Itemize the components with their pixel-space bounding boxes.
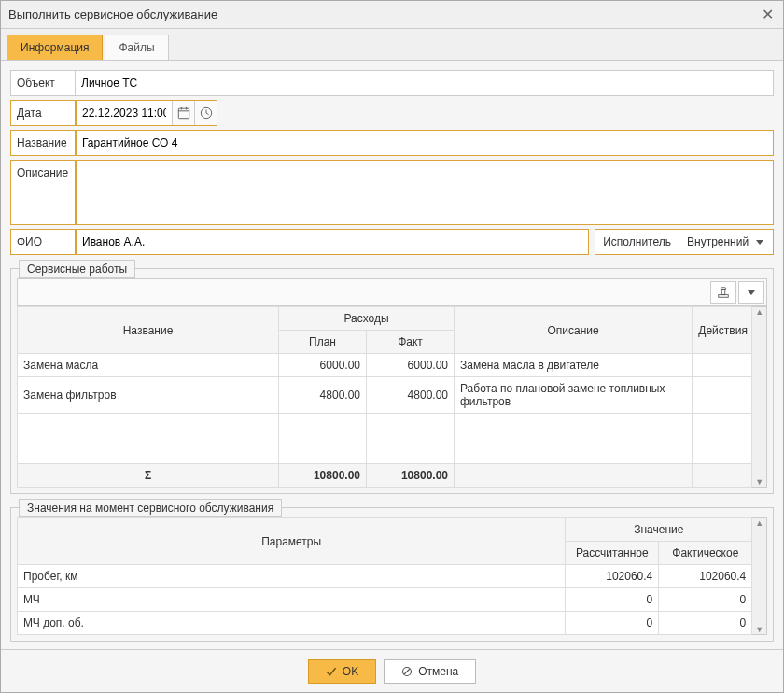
col-name: Название bbox=[18, 307, 279, 354]
col-fact: Фактическое bbox=[659, 542, 752, 565]
performer-value: Внутренний bbox=[687, 235, 749, 248]
col-actions: Действия bbox=[693, 307, 752, 354]
values-scrollbar[interactable]: ▲ ▼ bbox=[752, 517, 767, 635]
svg-line-6 bbox=[206, 113, 209, 115]
empty-row bbox=[18, 414, 752, 464]
works-toolbar bbox=[17, 278, 767, 306]
scroll-up-icon: ▲ bbox=[755, 518, 763, 528]
input-object[interactable] bbox=[76, 71, 773, 95]
tool-dropdown-button[interactable] bbox=[738, 281, 764, 304]
row-object: Объект bbox=[10, 70, 774, 96]
table-row[interactable]: Пробег, км 102060.4 102060.4 bbox=[18, 565, 752, 588]
tab-information[interactable]: Информация bbox=[7, 35, 103, 60]
values-grid: Параметры Значение Рассчитанное Фактичес… bbox=[17, 517, 752, 635]
calendar-icon bbox=[177, 106, 190, 120]
input-date[interactable] bbox=[77, 101, 172, 125]
scroll-up-icon: ▲ bbox=[755, 307, 763, 317]
fieldset-service-works: Сервисные работы Название bbox=[10, 268, 774, 494]
col-plan: План bbox=[279, 331, 367, 354]
row-date: Дата bbox=[10, 100, 774, 126]
col-params: Параметры bbox=[18, 518, 566, 565]
select-performer[interactable]: Внутренний bbox=[679, 230, 773, 254]
col-expenses: Расходы bbox=[279, 307, 455, 331]
label-object: Объект bbox=[10, 70, 76, 96]
input-name[interactable] bbox=[77, 131, 773, 155]
label-name: Название bbox=[10, 130, 76, 156]
table-row[interactable]: МЧ 0 0 bbox=[18, 588, 752, 612]
cancel-button[interactable]: Отмена bbox=[384, 659, 476, 684]
titlebar: Выполнить сервисное обслуживание ✕ bbox=[1, 1, 783, 29]
label-description: Описание bbox=[10, 160, 76, 225]
scroll-down-icon: ▼ bbox=[755, 477, 763, 487]
svg-line-11 bbox=[404, 669, 410, 674]
works-scrollbar[interactable]: ▲ ▼ bbox=[752, 306, 767, 488]
svg-rect-0 bbox=[178, 108, 189, 119]
footer: OK Отмена bbox=[1, 649, 783, 692]
tab-bar: Информация Файлы bbox=[1, 29, 783, 61]
label-date: Дата bbox=[10, 100, 76, 126]
row-fio: ФИО Исполнитель Внутренний bbox=[10, 229, 774, 255]
clock-button[interactable] bbox=[194, 101, 217, 125]
scroll-down-icon: ▼ bbox=[755, 625, 763, 634]
row-name: Название bbox=[10, 130, 774, 156]
input-description[interactable] bbox=[77, 161, 773, 224]
table-row[interactable]: Замена масла 6000.00 6000.00 Замена масл… bbox=[18, 354, 752, 377]
calendar-button[interactable] bbox=[172, 101, 194, 125]
label-fio: ФИО bbox=[10, 229, 76, 255]
col-value: Значение bbox=[566, 518, 752, 542]
table-row[interactable]: Замена фильтров 4800.00 4800.00 Работа п… bbox=[18, 377, 752, 414]
sum-row: Σ 10800.00 10800.00 bbox=[18, 464, 752, 488]
table-row[interactable]: МЧ доп. об. 0 0 bbox=[18, 612, 752, 635]
legend-service-works: Сервисные работы bbox=[19, 260, 135, 278]
chevron-down-icon bbox=[748, 290, 755, 295]
fieldset-values: Значения на момент сервисного обслуживан… bbox=[10, 507, 774, 642]
window-title: Выполнить сервисное обслуживание bbox=[8, 7, 759, 21]
tool-action-button[interactable] bbox=[710, 281, 736, 304]
ok-button[interactable]: OK bbox=[308, 659, 376, 684]
sum-symbol: Σ bbox=[18, 464, 279, 488]
cancel-icon bbox=[401, 666, 413, 677]
performer-block: Исполнитель Внутренний bbox=[595, 229, 774, 255]
col-calc: Рассчитанное bbox=[566, 542, 659, 565]
dialog-window: Выполнить сервисное обслуживание ✕ Инфор… bbox=[0, 0, 784, 693]
legend-values: Значения на момент сервисного обслуживан… bbox=[19, 499, 282, 517]
input-fio[interactable] bbox=[77, 230, 588, 254]
label-performer: Исполнитель bbox=[595, 230, 679, 254]
row-description: Описание bbox=[10, 160, 774, 225]
clock-icon bbox=[200, 106, 213, 120]
col-description: Описание bbox=[455, 307, 693, 354]
check-icon bbox=[326, 666, 337, 677]
chevron-down-icon bbox=[756, 240, 763, 245]
close-button[interactable]: ✕ bbox=[759, 7, 776, 23]
content-area: Объект Дата Название О bbox=[1, 61, 783, 649]
works-grid: Название Расходы Описание Действия План … bbox=[17, 306, 752, 488]
sum-fact: 10800.00 bbox=[367, 464, 455, 488]
tab-files[interactable]: Файлы bbox=[105, 35, 168, 60]
sum-plan: 10800.00 bbox=[279, 464, 367, 488]
stamp-icon bbox=[717, 286, 730, 299]
col-fact: Факт bbox=[367, 331, 455, 354]
